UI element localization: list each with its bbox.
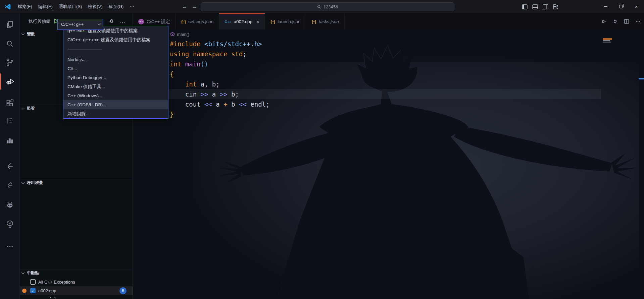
alien-head-icon bbox=[5, 201, 14, 210]
git-branch-icon bbox=[5, 58, 14, 67]
code-content: #include <bits/stdc++.h>using namespace … bbox=[133, 39, 601, 119]
tab-tasks.json[interactable]: {··}tasks.json bbox=[306, 13, 344, 29]
toggle-secondary-sidebar-icon[interactable] bbox=[543, 4, 548, 9]
close-button[interactable]: × bbox=[629, 0, 644, 13]
menu-item[interactable]: ⋯ bbox=[127, 3, 137, 10]
tab-bar: C/C++C/C++ 設定{··}settings.jsonC++a002.cp… bbox=[133, 13, 644, 29]
vscode-logo-icon bbox=[4, 3, 11, 10]
dropdown-item[interactable]: 新增組態... bbox=[63, 109, 168, 118]
section-call-stack[interactable]: 呼叫堆疊 bbox=[20, 179, 133, 186]
json-icon: {··} bbox=[311, 19, 316, 24]
activity-more-views[interactable] bbox=[0, 238, 20, 254]
dropdown-item[interactable]: Node.js... bbox=[63, 55, 168, 64]
activity-leetcode-cn[interactable] bbox=[0, 177, 20, 193]
code-line[interactable]: cin >> a >> b; bbox=[133, 89, 601, 99]
workbench: 執行與偵錯 ··· 變數 監看 呼叫堆疊 bbox=[0, 13, 644, 299]
code-line[interactable]: cout << a + b << endl; bbox=[133, 99, 601, 109]
partial-checkbox bbox=[50, 297, 55, 299]
tab-label: C/C++ 設定 bbox=[147, 19, 170, 25]
activity-competitive-helper[interactable] bbox=[0, 197, 20, 213]
layout-controls bbox=[522, 0, 559, 13]
close-tab-icon[interactable]: × bbox=[256, 19, 259, 24]
minimize-button[interactable] bbox=[598, 0, 613, 13]
code-line[interactable]: using namespace std; bbox=[133, 49, 601, 59]
code-editor[interactable]: #include <bits/stdc++.h>using namespace … bbox=[133, 39, 644, 299]
breakpoints-list: All C++ Exceptionsa002.cpp5 bbox=[20, 278, 133, 295]
debug-config-select[interactable]: C/C++: g++ bbox=[57, 19, 103, 30]
customize-layout-icon[interactable] bbox=[553, 4, 559, 9]
menu-item[interactable]: 移至(G) bbox=[106, 2, 127, 11]
activity-run-and-debug[interactable] bbox=[0, 73, 20, 89]
split-editor-icon[interactable] bbox=[623, 18, 630, 25]
cpp-ext-icon: C/C++ bbox=[138, 19, 144, 24]
tab-a002.cpp[interactable]: C++a002.cpp× bbox=[219, 13, 265, 29]
activity-chart-ext[interactable] bbox=[0, 132, 20, 148]
tab-launch.json[interactable]: {··}launch.json bbox=[265, 13, 306, 29]
activity-bar bbox=[0, 13, 20, 299]
debug-config-value: C/C++: g++ bbox=[61, 22, 84, 27]
tab-settings.json[interactable]: {··}settings.json bbox=[176, 13, 219, 29]
activity-source-control[interactable] bbox=[0, 54, 20, 70]
breakpoint-row[interactable]: a002.cpp5 bbox=[20, 286, 133, 295]
menu-item[interactable]: 選取項目(S) bbox=[56, 2, 85, 11]
editor-group: C/C++C/C++ 設定{··}settings.jsonC++a002.cp… bbox=[133, 13, 644, 299]
activity-search[interactable] bbox=[0, 36, 20, 52]
run-icon[interactable] bbox=[600, 18, 607, 25]
json-icon: {··} bbox=[181, 19, 186, 24]
toggle-primary-sidebar-icon[interactable] bbox=[522, 4, 528, 9]
tab-label: a002.cpp bbox=[234, 19, 252, 24]
activity-extensions[interactable] bbox=[0, 95, 20, 111]
search-value: 123456 bbox=[324, 4, 338, 9]
command-center-search[interactable]: 123456 bbox=[201, 2, 454, 11]
leetcode-cn-icon bbox=[5, 181, 14, 190]
gear-icon[interactable] bbox=[108, 17, 115, 25]
breakpoint-row[interactable]: All C++ Exceptions bbox=[20, 278, 133, 286]
activity-todo-tree[interactable] bbox=[0, 216, 20, 232]
title-bar: 檔案(F)編輯(E)選取項目(S)檢視(V)移至(G)⋯ ← → 123456 bbox=[0, 0, 644, 13]
sidebar-more-actions-icon[interactable]: ··· bbox=[119, 19, 128, 25]
chevron-down-icon bbox=[21, 181, 25, 184]
debug-plug-icon[interactable] bbox=[612, 18, 618, 25]
breadcrumb-symbol[interactable]: main() bbox=[177, 32, 189, 37]
todo-tree-icon bbox=[5, 220, 14, 229]
checkbox[interactable] bbox=[30, 288, 36, 293]
toggle-panel-icon[interactable] bbox=[532, 4, 538, 9]
overview-ruler-marker bbox=[639, 78, 644, 79]
dropdown-separator bbox=[63, 44, 168, 55]
menu-item[interactable]: 編輯(E) bbox=[35, 2, 56, 11]
code-line[interactable]: #include <bits/stdc++.h> bbox=[133, 39, 601, 49]
editor-actions bbox=[600, 13, 641, 29]
dropdown-item[interactable]: Python Debugger... bbox=[63, 73, 168, 82]
code-line[interactable]: int main() bbox=[133, 59, 601, 69]
dropdown-item[interactable]: C++ (GDB/LLDB)... bbox=[63, 100, 168, 109]
menu-item[interactable]: 檢視(V) bbox=[85, 2, 105, 11]
more-actions-icon[interactable] bbox=[635, 18, 641, 25]
chevron-down-icon bbox=[21, 271, 25, 274]
chevron-down-icon bbox=[21, 106, 25, 110]
restore-button[interactable] bbox=[613, 0, 629, 13]
activity-leetcode[interactable] bbox=[0, 158, 20, 174]
json-icon: {··} bbox=[270, 19, 275, 24]
symbol-method-icon bbox=[170, 32, 175, 37]
wallpaper-signature bbox=[603, 38, 612, 43]
back-arrow-icon[interactable]: ← bbox=[181, 3, 189, 11]
bar-chart-icon bbox=[5, 136, 14, 145]
dropdown-item[interactable]: C#... bbox=[63, 64, 168, 73]
section-breakpoints[interactable]: 中斷點 bbox=[20, 269, 133, 277]
extensions-icon bbox=[5, 99, 14, 108]
breadcrumb[interactable]: a002.cpp › main() bbox=[133, 29, 644, 39]
ellipsis-icon bbox=[5, 242, 14, 251]
menu-item[interactable]: 檔案(F) bbox=[15, 2, 35, 11]
dropdown-item[interactable]: CMake 偵錯工具... bbox=[63, 82, 168, 91]
forward-arrow-icon[interactable]: → bbox=[191, 3, 199, 11]
code-line[interactable]: } bbox=[133, 109, 601, 119]
dropdown-item[interactable]: C/C++: g++.exe 建置及偵錯使用中的檔案 bbox=[63, 35, 168, 44]
code-line[interactable]: { bbox=[133, 69, 601, 79]
activity-explorer[interactable] bbox=[0, 16, 20, 33]
breakpoint-label: All C++ Exceptions bbox=[38, 280, 75, 285]
dropdown-item[interactable]: C++ (Windows)... bbox=[63, 91, 168, 100]
checkbox[interactable] bbox=[30, 279, 36, 285]
code-line[interactable]: int a, b; bbox=[133, 79, 601, 89]
activity-outline-ext[interactable] bbox=[0, 113, 20, 129]
debug-config-dropdown: g++.exe - 建置及偵錯使用中的檔案C/C++: g++.exe 建置及偵… bbox=[63, 26, 168, 119]
